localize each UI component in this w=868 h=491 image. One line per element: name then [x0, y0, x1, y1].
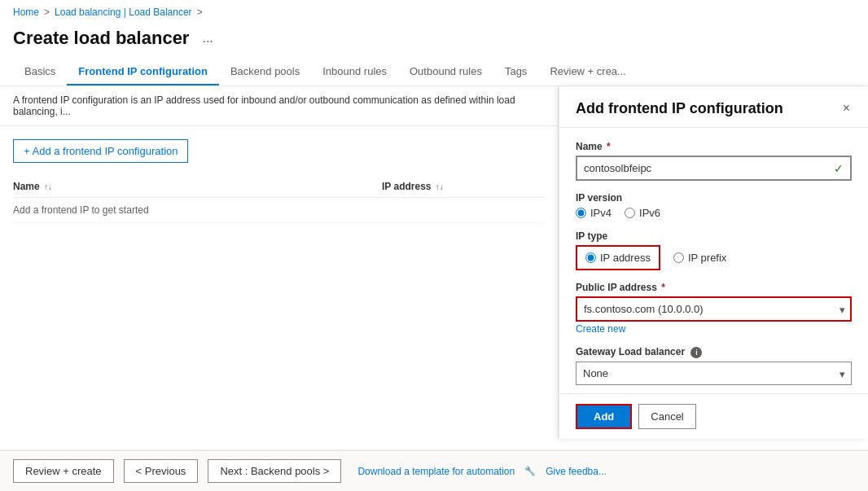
tab-nav: Basics Frontend IP configuration Backend… — [0, 59, 868, 86]
public-ip-label: Public IP address * — [576, 282, 852, 293]
breadcrumb-home[interactable]: Home — [13, 7, 39, 18]
table-header: Name ↑↓ IP address ↑↓ — [13, 176, 545, 198]
next-button[interactable]: Next : Backend pools > — [208, 459, 341, 483]
ip-address-radio-item[interactable]: IP address — [585, 252, 651, 264]
name-sort-icon[interactable]: ↑↓ — [44, 182, 52, 191]
ip-address-radio[interactable] — [585, 252, 596, 263]
name-field-group: Name * ✓ — [576, 141, 852, 181]
ipv6-radio-item[interactable]: IPv6 — [625, 207, 660, 219]
breadcrumb-sep2: > — [197, 7, 203, 18]
ip-version-radio-group: IPv4 IPv6 — [576, 207, 852, 219]
panel-title: Add frontend IP configuration — [576, 100, 783, 117]
side-panel: Add frontend IP configuration × Name * ✓ — [559, 86, 868, 439]
tab-review-create[interactable]: Review + crea... — [538, 59, 638, 85]
col-name-header: Name ↑↓ — [13, 181, 382, 192]
ipv6-label: IPv6 — [639, 207, 660, 219]
breadcrumb-loadbalancing[interactable]: Load balancing | Load Balancer — [55, 7, 192, 18]
close-panel-button[interactable]: × — [841, 99, 852, 117]
ipv6-radio[interactable] — [625, 208, 635, 218]
gateway-lb-label: Gateway Load balancer i — [576, 346, 852, 358]
public-ip-select[interactable]: fs.contoso.com (10.0.0.0) — [576, 296, 852, 322]
public-ip-group: Public IP address * fs.contoso.com (10.0… — [576, 282, 852, 335]
previous-button[interactable]: < Previous — [124, 459, 199, 483]
ipv4-radio[interactable] — [576, 208, 586, 218]
tab-basics[interactable]: Basics — [13, 59, 67, 85]
gateway-lb-info-icon[interactable]: i — [690, 347, 702, 358]
cancel-button[interactable]: Cancel — [638, 404, 695, 429]
tab-frontend-ip[interactable]: Frontend IP configuration — [67, 59, 219, 85]
tab-tags[interactable]: Tags — [493, 59, 538, 85]
ip-prefix-radio-item[interactable]: IP prefix — [673, 252, 726, 264]
gateway-lb-group: Gateway Load balancer i None — [576, 346, 852, 385]
left-panel: A frontend IP configuration is an IP add… — [0, 86, 559, 439]
add-button[interactable]: Add — [576, 404, 632, 429]
public-ip-required: * — [661, 282, 665, 293]
col-ip-header: IP address ↑↓ — [382, 181, 545, 192]
bottom-bar: Review + create < Previous Next : Backen… — [0, 449, 868, 491]
name-required: * — [607, 141, 611, 152]
tab-backend-pools[interactable]: Backend pools — [219, 59, 311, 85]
page-title-row: Create load balancer ... — [0, 24, 868, 59]
ip-type-label: IP type — [576, 230, 852, 242]
ip-version-group: IP version IPv4 IPv6 — [576, 192, 852, 219]
empty-row-text: Add a frontend IP to get started — [13, 204, 545, 216]
name-input[interactable] — [577, 157, 850, 179]
panel-body: Name * ✓ IP version IPv4 — [559, 128, 868, 393]
gateway-lb-select[interactable]: None — [576, 362, 852, 385]
feedback-icon: 🔧 — [524, 466, 536, 476]
ip-prefix-radio[interactable] — [673, 252, 684, 263]
gateway-lb-select-wrapper: None — [576, 362, 852, 385]
panel-footer: Add Cancel — [559, 393, 868, 439]
create-new-link[interactable]: Create new — [576, 323, 852, 335]
feedback-link[interactable]: Give feedba... — [546, 466, 607, 477]
ip-address-box: IP address — [576, 245, 660, 270]
table-empty-row: Add a frontend IP to get started — [13, 198, 545, 223]
tab-inbound-rules[interactable]: Inbound rules — [311, 59, 398, 85]
name-input-wrapper: ✓ — [576, 156, 852, 181]
ip-address-label: IP address — [600, 252, 651, 264]
ip-version-label: IP version — [576, 192, 852, 204]
ipv4-label: IPv4 — [590, 207, 612, 219]
page-options-button[interactable]: ... — [197, 29, 217, 47]
name-label: Name * — [576, 141, 852, 152]
ipv4-radio-item[interactable]: IPv4 — [576, 207, 612, 219]
ip-sort-icon[interactable]: ↑↓ — [436, 182, 444, 191]
breadcrumb: Home > Load balancing | Load Balancer > — [0, 0, 868, 24]
ip-type-radio-group: IP address IP prefix — [576, 245, 852, 270]
tab-outbound-rules[interactable]: Outbound rules — [398, 59, 493, 85]
ip-prefix-label: IP prefix — [688, 252, 726, 264]
review-create-button[interactable]: Review + create — [13, 459, 114, 483]
panel-header: Add frontend IP configuration × — [559, 86, 868, 128]
download-template-link[interactable]: Download a template for automation — [357, 466, 515, 477]
name-check-icon: ✓ — [834, 162, 844, 175]
page-title: Create load balancer — [13, 28, 189, 49]
main-content: A frontend IP configuration is an IP add… — [0, 86, 868, 439]
description-text: A frontend IP configuration is an IP add… — [0, 86, 558, 126]
add-frontend-ip-button[interactable]: + Add a frontend IP configuration — [13, 139, 188, 163]
breadcrumb-sep1: > — [44, 7, 50, 18]
public-ip-select-wrapper: fs.contoso.com (10.0.0.0) — [576, 296, 852, 322]
ip-type-group: IP type IP address IP prefix — [576, 230, 852, 270]
